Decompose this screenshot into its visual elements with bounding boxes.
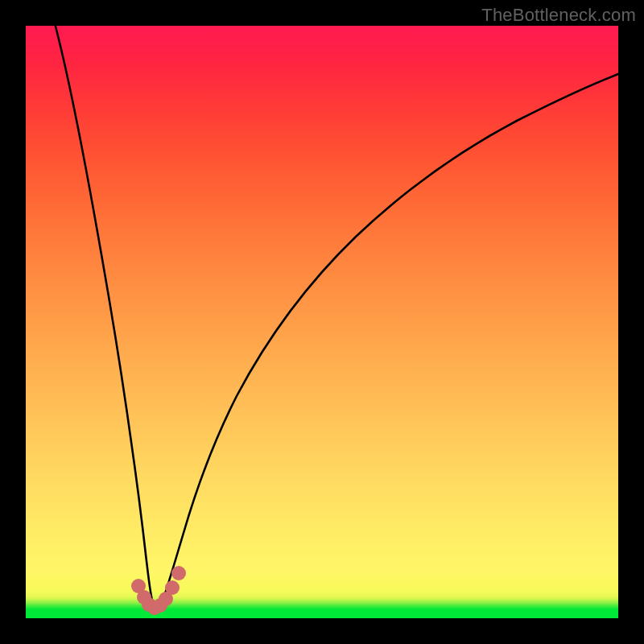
svg-point-6 bbox=[165, 580, 180, 595]
bottleneck-curve bbox=[56, 26, 618, 609]
valley-highlight bbox=[131, 566, 186, 615]
svg-point-7 bbox=[171, 566, 186, 580]
chart-plot-area bbox=[26, 26, 618, 618]
watermark-text: TheBottleneck.com bbox=[481, 5, 636, 26]
chart-frame: TheBottleneck.com bbox=[0, 0, 644, 644]
chart-svg bbox=[26, 26, 618, 618]
